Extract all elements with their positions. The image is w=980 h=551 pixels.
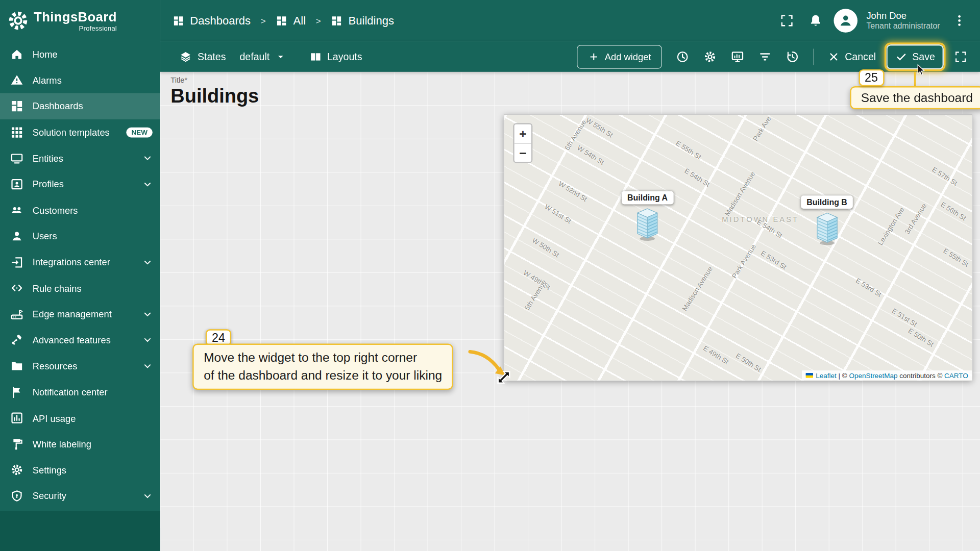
toolbar-fullscreen-icon[interactable] <box>947 43 973 69</box>
sidebar-item-label: Profiles <box>33 179 133 190</box>
sidebar-item-label: Home <box>33 49 154 60</box>
sidebar-item-label: Users <box>33 231 154 241</box>
tools-icon <box>10 333 24 347</box>
entity-aliases-icon[interactable] <box>724 43 750 69</box>
carto-link[interactable]: CARTO <box>944 372 968 380</box>
street-label: E 50th St <box>907 327 935 348</box>
sidebar-item-integrations-center[interactable]: Integrations center <box>0 249 160 275</box>
street-label: E 57th St <box>931 165 959 187</box>
top-header: Dashboards>All>Buildings John Doe Tenant… <box>160 0 980 41</box>
zoom-in-button[interactable]: + <box>514 124 531 143</box>
street-label: E 53rd St <box>760 249 788 270</box>
shield-icon <box>10 489 24 503</box>
add-widget-button[interactable]: Add widget <box>577 45 662 69</box>
filters-icon[interactable] <box>752 43 778 69</box>
close-icon <box>827 51 840 63</box>
sidebar-item-customers[interactable]: Customers <box>0 197 160 223</box>
sidebar-item-label: Customers <box>33 205 154 215</box>
user-role: Tenant administrator <box>866 21 940 32</box>
warning-icon <box>10 73 24 87</box>
sidebar-item-label: Advanced features <box>33 335 133 345</box>
osm-link[interactable]: OpenStreetMap <box>849 372 897 380</box>
sidebar-item-profiles[interactable]: Profiles <box>0 171 160 197</box>
sidebar-item-resources[interactable]: Resources <box>0 353 160 379</box>
layouts-label: Layouts <box>327 51 362 62</box>
more-menu-icon[interactable] <box>946 8 972 34</box>
building-marker-icon <box>815 212 839 248</box>
dashboard-grid-icon <box>331 15 342 27</box>
main-column: Dashboards>All>Buildings John Doe Tenant… <box>160 0 980 551</box>
gear-icon <box>10 463 24 477</box>
app-root: ThingsBoard Professional HomeAlarmsDashb… <box>0 0 980 551</box>
state-value: default <box>239 51 270 62</box>
dashboards-icon <box>10 99 24 113</box>
thingsboard-logo-icon <box>8 10 29 32</box>
folder-icon <box>10 359 24 373</box>
chevron-down-icon <box>141 490 154 502</box>
street-label: W 54th St <box>576 144 605 166</box>
cancel-button[interactable]: Cancel <box>821 45 883 68</box>
sidebar-item-label: Entities <box>33 153 133 164</box>
avatar[interactable] <box>834 9 858 33</box>
fullscreen-icon[interactable] <box>774 8 800 34</box>
sidebar-item-edge-management[interactable]: Edge management <box>0 301 160 327</box>
notifications-bell-icon[interactable] <box>803 8 829 34</box>
attribution-text: | © <box>837 372 849 380</box>
zoom-out-button[interactable]: − <box>514 143 531 162</box>
sidebar-item-users[interactable]: Users <box>0 223 160 249</box>
dashboard-settings-icon[interactable] <box>697 43 723 69</box>
chevron-down-icon <box>141 360 154 372</box>
sidebar-item-security[interactable]: Security <box>0 483 160 509</box>
api-icon <box>10 411 24 425</box>
sidebar-item-notification-center[interactable]: Notification center <box>0 379 160 405</box>
version-control-icon[interactable] <box>779 43 805 69</box>
dashboard-title[interactable]: Buildings <box>170 85 259 108</box>
sidebar-item-dashboards[interactable]: Dashboards <box>0 93 160 119</box>
customers-icon <box>10 203 24 217</box>
state-select[interactable]: default <box>233 45 293 68</box>
states-button[interactable]: States <box>173 45 232 69</box>
brand-logo[interactable]: ThingsBoard Professional <box>0 0 160 41</box>
sidebar-item-api-usage[interactable]: API usage <box>0 405 160 431</box>
breadcrumb-item-all[interactable]: All <box>276 14 306 28</box>
dashboard-grid-icon <box>276 15 287 27</box>
resize-handle-icon[interactable] <box>496 369 512 386</box>
save-label: Save <box>912 51 935 62</box>
marker-label: Building A <box>622 191 673 205</box>
check-icon <box>895 51 907 63</box>
map-marker[interactable]: Building A <box>622 191 673 244</box>
sidebar-item-entities[interactable]: Entities <box>0 145 160 171</box>
map-zoom-control: + − <box>513 123 532 163</box>
tooltip-line: Move the widget to the top right corner <box>204 348 442 367</box>
street-label: E 51st St <box>891 307 918 328</box>
leaflet-map[interactable]: MIDTOWN EAST + − Leaflet | © OpenStreetM… <box>504 115 972 380</box>
sidebar-item-label: Edge management <box>33 309 133 319</box>
chevron-down-icon <box>141 334 154 346</box>
timewindow-icon[interactable] <box>669 43 695 69</box>
map-marker[interactable]: Building B <box>801 195 853 248</box>
street-label: E 54th St <box>683 167 712 188</box>
breadcrumb-separator: > <box>316 16 321 26</box>
street-label: E 55th St <box>942 247 970 268</box>
marker-label: Building B <box>801 195 853 209</box>
toolbar-divider <box>813 48 814 65</box>
sidebar-item-rule-chains[interactable]: Rule chains <box>0 275 160 301</box>
sidebar-item-label: Resources <box>33 361 133 371</box>
breadcrumb-item-buildings[interactable]: Buildings <box>331 14 394 28</box>
sidebar-item-home[interactable]: Home <box>0 41 160 67</box>
save-button-area: Save 25 Save the dashboard <box>889 45 941 68</box>
sidebar-item-advanced-features[interactable]: Advanced features <box>0 327 160 353</box>
map-widget[interactable]: MIDTOWN EAST + − Leaflet | © OpenStreetM… <box>504 114 972 381</box>
layouts-button[interactable]: Layouts <box>303 45 368 68</box>
breadcrumb-item-dashboards[interactable]: Dashboards <box>173 14 251 28</box>
user-block[interactable]: John Doe Tenant administrator <box>866 9 940 32</box>
sidebar-item-alarms[interactable]: Alarms <box>0 67 160 93</box>
building-marker-icon <box>635 208 659 244</box>
dashboard-toolbar: States default Layouts Add widget <box>160 41 980 72</box>
sidebar-item-solution-templates[interactable]: Solution templatesNEW <box>0 119 160 145</box>
dashboard-canvas[interactable]: Title* Buildings MIDTOWN EAST + − Leafle… <box>160 72 980 551</box>
sidebar-item-white-labeling[interactable]: White labeling <box>0 431 160 457</box>
attribution-text: contributors © <box>898 372 945 380</box>
sidebar-item-settings[interactable]: Settings <box>0 457 160 483</box>
leaflet-link[interactable]: Leaflet <box>816 372 836 380</box>
